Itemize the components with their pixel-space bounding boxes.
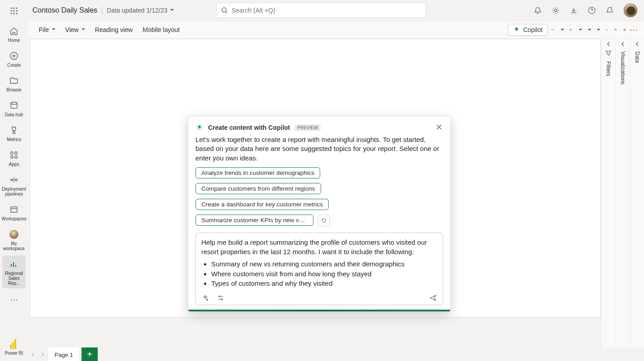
menu-reading-view[interactable]: Reading view bbox=[91, 23, 137, 36]
nav-apps[interactable]: Apps bbox=[2, 146, 26, 169]
main-area: Create content with Copilot PREVIEW Let'… bbox=[28, 39, 644, 361]
page-prev-icon[interactable]: ‹ bbox=[28, 347, 38, 361]
search-input[interactable] bbox=[231, 7, 421, 14]
app-launcher-icon[interactable] bbox=[9, 6, 18, 15]
report-canvas[interactable]: Create content with Copilot PREVIEW Let'… bbox=[30, 39, 601, 317]
nav-workspaces[interactable]: Workspaces bbox=[2, 201, 26, 224]
chat-teams-icon[interactable] bbox=[558, 26, 566, 34]
chevron-left-icon[interactable] bbox=[620, 41, 626, 47]
nav-myworkspace-label: My workspace bbox=[2, 241, 26, 251]
copilot-icon bbox=[195, 123, 204, 132]
close-button[interactable] bbox=[436, 124, 443, 131]
page-next-icon[interactable]: › bbox=[38, 347, 48, 361]
data-pane[interactable]: Data bbox=[630, 39, 644, 361]
copilot-dialog: Create content with Copilot PREVIEW Let'… bbox=[188, 116, 451, 312]
nav-deployment[interactable]: Deployment pipelines bbox=[2, 171, 26, 199]
suggestion-chip[interactable]: Create a dashboard for key customer metr… bbox=[195, 199, 329, 210]
refresh-icon bbox=[321, 217, 327, 224]
report-title: Contoso Daily Sales bbox=[32, 6, 97, 14]
add-page-button[interactable]: + bbox=[82, 347, 98, 361]
nav-create[interactable]: Create bbox=[2, 47, 26, 70]
nav-regional-sales[interactable]: Regional Sales Rep... bbox=[2, 256, 26, 288]
nav-home[interactable]: Home bbox=[2, 23, 26, 46]
plus-circle-icon bbox=[9, 51, 19, 61]
refresh-icon[interactable] bbox=[603, 26, 611, 34]
menu-view[interactable]: View bbox=[61, 23, 90, 36]
present-icon[interactable] bbox=[585, 26, 593, 34]
svg-rect-14 bbox=[15, 156, 17, 158]
trophy-icon bbox=[9, 125, 19, 135]
close-icon bbox=[436, 124, 442, 130]
layout-icon[interactable] bbox=[594, 26, 602, 34]
svg-rect-27 bbox=[615, 29, 616, 30]
data-updated-dropdown[interactable]: Data updated 1/12/23 bbox=[107, 7, 174, 14]
refresh-suggestions-button[interactable] bbox=[318, 215, 330, 226]
send-button[interactable] bbox=[429, 294, 437, 302]
menu-file[interactable]: File bbox=[34, 23, 60, 36]
copy-icon[interactable] bbox=[612, 26, 620, 34]
search-icon bbox=[221, 7, 228, 14]
bookmark-icon[interactable] bbox=[567, 26, 575, 34]
nav-powerbi[interactable]: Power BI bbox=[2, 337, 26, 357]
comments-icon[interactable] bbox=[549, 26, 557, 34]
nav-browse-label: Browse bbox=[6, 87, 21, 92]
more-icon[interactable]: ⋯ bbox=[630, 26, 638, 34]
user-avatar[interactable] bbox=[623, 3, 638, 18]
svg-point-0 bbox=[10, 7, 12, 9]
chevron-left-icon[interactable] bbox=[606, 41, 611, 47]
tune-icon[interactable] bbox=[217, 294, 225, 302]
feedback-icon[interactable] bbox=[605, 6, 614, 15]
prompt-bullet: Summary of new vs returning customers an… bbox=[211, 259, 437, 269]
nav-metrics-label: Metrics bbox=[7, 137, 21, 142]
svg-point-8 bbox=[16, 13, 17, 14]
settings-icon[interactable] bbox=[551, 6, 560, 15]
filters-label: Filters bbox=[605, 61, 612, 76]
nav-browse[interactable]: Browse bbox=[2, 72, 26, 95]
chevron-left-icon[interactable] bbox=[635, 41, 640, 47]
svg-rect-28 bbox=[624, 29, 625, 29]
menu-mobile-layout[interactable]: Mobile layout bbox=[138, 23, 185, 36]
suggestion-chip[interactable]: Analyze trends in customer demographics bbox=[195, 167, 320, 178]
pipeline-icon bbox=[9, 175, 19, 185]
save-icon[interactable] bbox=[621, 26, 629, 34]
home-icon bbox=[9, 26, 19, 36]
avatar-small-icon bbox=[9, 229, 19, 239]
ribbon-toolbar: File View Reading view Mobile layout Cop… bbox=[28, 21, 644, 39]
copilot-icon bbox=[513, 26, 520, 33]
notifications-icon[interactable] bbox=[533, 6, 542, 15]
svg-rect-11 bbox=[11, 152, 13, 154]
dialog-intro-text: Let's work together to create a report w… bbox=[195, 135, 443, 163]
plus-icon: + bbox=[87, 349, 92, 360]
visual-explore-icon[interactable] bbox=[576, 26, 584, 34]
nav-data-hub[interactable]: Data hub bbox=[2, 97, 26, 120]
nav-home-label: Home bbox=[8, 38, 20, 43]
nav-more-icon[interactable]: ⋯ bbox=[10, 290, 18, 309]
visualizations-pane[interactable]: Visualizations bbox=[615, 39, 630, 361]
svg-point-6 bbox=[10, 13, 12, 14]
prompt-bullet: Where customers visit from and how long … bbox=[211, 269, 437, 279]
dialog-progress-bar bbox=[188, 310, 450, 311]
suggestion-chip[interactable]: Summarize customer KPIs by new vs return… bbox=[195, 215, 313, 226]
visualizations-label: Visualizations bbox=[620, 51, 626, 84]
page-tabs-bar: ‹ › Page 1 + bbox=[28, 347, 644, 361]
apps-icon bbox=[9, 150, 19, 160]
search-box[interactable] bbox=[216, 3, 426, 18]
filters-pane[interactable]: Filters bbox=[601, 39, 615, 361]
top-bar: Contoso Daily Sales Data updated 1/12/23 bbox=[0, 0, 644, 21]
copilot-button[interactable]: Copilot bbox=[508, 24, 548, 36]
page-tab[interactable]: Page 1 bbox=[48, 347, 80, 361]
nav-my-workspace[interactable]: My workspace bbox=[2, 226, 26, 254]
sparkle-icon[interactable] bbox=[201, 294, 209, 302]
svg-rect-12 bbox=[15, 152, 17, 154]
suggestion-chip[interactable]: Compare customers from different regions bbox=[195, 183, 321, 194]
help-icon[interactable] bbox=[587, 6, 596, 15]
nav-metrics[interactable]: Metrics bbox=[2, 122, 26, 145]
nav-workspaces-label: Workspaces bbox=[2, 216, 27, 221]
svg-rect-17 bbox=[11, 207, 17, 212]
download-icon[interactable] bbox=[569, 6, 578, 15]
prompt-input[interactable]: Help me build a report summarizing the p… bbox=[195, 233, 443, 305]
prompt-toolbar bbox=[201, 292, 437, 302]
nav-regional-label: Regional Sales Rep... bbox=[2, 271, 26, 286]
svg-point-31 bbox=[219, 296, 220, 297]
nav-apps-label: Apps bbox=[9, 162, 19, 167]
